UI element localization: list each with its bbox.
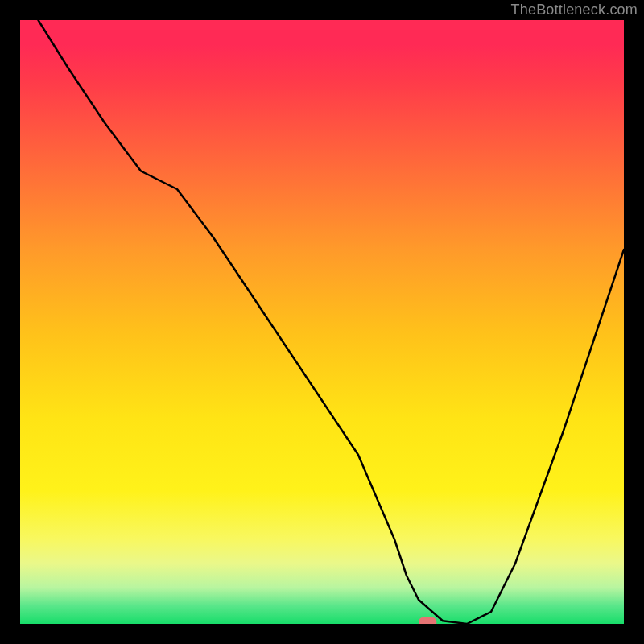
optimal-marker (419, 617, 436, 624)
watermark-text: TheBottleneck.com (511, 2, 638, 19)
chart-container: TheBottleneck.com (0, 0, 644, 644)
bottleneck-curve (39, 20, 625, 624)
chart-svg (20, 20, 624, 624)
plot-area (20, 20, 624, 624)
